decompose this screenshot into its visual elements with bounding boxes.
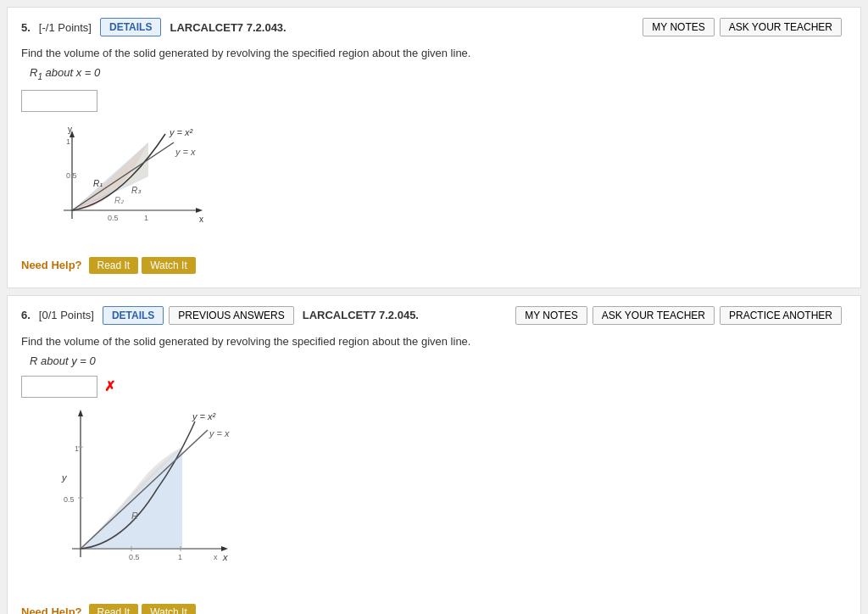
graph-5: y = x² y = x R₁ R₂ R₃ y x 0.5 1 0.5 1	[38, 126, 208, 238]
graph-svg-6: y = x² y = x R y x 1 0.5 0.5 1 x	[38, 405, 242, 583]
svg-text:y = x²: y = x²	[169, 127, 193, 137]
problem-text-6: Find the volume of the solid generated b…	[21, 335, 847, 348]
answer-input-5[interactable]	[21, 90, 97, 112]
need-help-label-5: Need Help?	[21, 259, 82, 271]
practice-another-button-6[interactable]: PRACTICE ANOTHER	[720, 306, 842, 325]
equation-5: R1 about x = 0	[30, 66, 847, 81]
question-5-number: 5.	[21, 21, 31, 34]
svg-text:R₂: R₂	[114, 196, 125, 205]
svg-text:1: 1	[144, 214, 148, 222]
question-6-header: 6. [0/1 Points] DETAILS PREVIOUS ANSWERS…	[21, 306, 847, 325]
watch-it-button-5[interactable]: Watch It	[142, 257, 196, 274]
ask-teacher-button-5[interactable]: ASK YOUR TEACHER	[720, 18, 842, 36]
question-5-points: [-/1 Points]	[39, 21, 92, 34]
my-notes-button-5[interactable]: MY NOTES	[643, 18, 714, 36]
svg-text:x: x	[222, 552, 228, 562]
svg-text:x: x	[214, 553, 218, 561]
details-button-6[interactable]: DETAILS	[103, 306, 164, 325]
graph-svg-5: y = x² y = x R₁ R₂ R₃ y x 0.5 1 0.5 1	[38, 126, 208, 236]
question-6-number: 6.	[21, 309, 31, 321]
details-button-5[interactable]: DETAILS	[100, 18, 161, 36]
svg-text:x: x	[199, 215, 203, 224]
problem-text-5: Find the volume of the solid generated b…	[21, 47, 847, 59]
svg-text:0.5: 0.5	[64, 495, 75, 504]
svg-text:1: 1	[66, 137, 70, 146]
question-5-block: 5. [-/1 Points] DETAILS LARCALCET7 7.2.0…	[7, 7, 861, 288]
need-help-5: Need Help? Read It Watch It	[21, 257, 847, 274]
question-6-code: LARCALCET7 7.2.045.	[303, 309, 419, 321]
question-5-code: LARCALCET7 7.2.043.	[170, 21, 286, 34]
error-indicator-6: ✗	[104, 378, 115, 394]
svg-text:y: y	[61, 472, 68, 483]
question-5-header: 5. [-/1 Points] DETAILS LARCALCET7 7.2.0…	[21, 18, 847, 36]
svg-text:R₁: R₁	[93, 179, 103, 188]
read-it-button-5[interactable]: Read It	[89, 257, 139, 274]
watch-it-button-6[interactable]: Watch It	[142, 604, 196, 614]
svg-marker-3	[196, 208, 203, 213]
svg-text:y = x²: y = x²	[192, 411, 216, 421]
answer-input-6[interactable]	[21, 376, 97, 398]
svg-text:y: y	[68, 126, 72, 134]
prev-answers-button-6[interactable]: PREVIOUS ANSWERS	[169, 306, 293, 325]
question-6-block: 6. [0/1 Points] DETAILS PREVIOUS ANSWERS…	[7, 295, 861, 614]
question-6-points: [0/1 Points]	[39, 309, 94, 321]
svg-marker-17	[78, 410, 83, 416]
svg-text:0.5: 0.5	[66, 171, 77, 180]
svg-text:R₃: R₃	[131, 186, 142, 195]
read-it-button-6[interactable]: Read It	[89, 604, 139, 614]
svg-text:0.5: 0.5	[108, 214, 119, 222]
svg-marker-18	[221, 546, 228, 551]
svg-text:1: 1	[75, 444, 79, 453]
ask-teacher-button-6[interactable]: ASK YOUR TEACHER	[593, 306, 715, 325]
input-row-6: ✗	[21, 376, 847, 398]
my-notes-button-6[interactable]: MY NOTES	[515, 306, 587, 325]
svg-text:0.5: 0.5	[129, 553, 140, 561]
graph-6: y = x² y = x R y x 1 0.5 0.5 1 x	[38, 405, 242, 585]
svg-text:y = x: y = x	[209, 428, 230, 438]
equation-6: R about y = 0	[30, 354, 847, 367]
need-help-6: Need Help? Read It Watch It	[21, 604, 847, 614]
need-help-label-6: Need Help?	[21, 606, 82, 614]
svg-text:1: 1	[178, 553, 182, 561]
svg-text:y = x: y = x	[175, 147, 196, 157]
svg-text:R: R	[131, 511, 138, 521]
